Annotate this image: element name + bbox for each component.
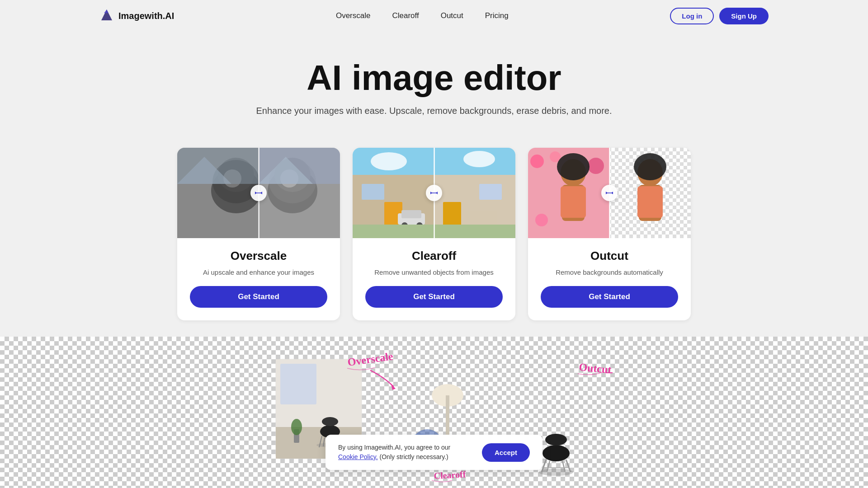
- outcut-slider-handle[interactable]: [601, 185, 618, 201]
- svg-text:Outcut: Outcut: [579, 361, 612, 375]
- logo-text: Imagewith.AI: [118, 11, 174, 21]
- svg-point-38: [588, 158, 604, 174]
- svg-rect-29: [466, 211, 497, 225]
- cards-row: Overscale Ai upscale and enhance your im…: [0, 148, 868, 320]
- svg-text:Overscale: Overscale: [347, 350, 394, 368]
- hero-section: AI image editor Enhance your images with…: [0, 32, 868, 130]
- cookie-accept-button[interactable]: Accept: [482, 443, 530, 462]
- overscale-slider-handle[interactable]: [250, 185, 267, 201]
- overscale-card-image: [177, 148, 340, 238]
- clearoff-card: Clearoff Remove unwanted objects from im…: [353, 148, 515, 320]
- svg-point-78: [542, 445, 570, 461]
- clearoff-slider-handle[interactable]: [426, 185, 442, 201]
- svg-point-46: [557, 153, 590, 180]
- svg-rect-48: [561, 186, 586, 218]
- clearoff-card-image: [353, 148, 515, 238]
- logo[interactable]: Imagewith.AI: [99, 9, 174, 23]
- nav-link-pricing[interactable]: Pricing: [485, 11, 509, 20]
- signup-button[interactable]: Sign Up: [719, 8, 769, 24]
- outcut-card-image: [528, 148, 691, 238]
- svg-point-50: [634, 153, 666, 180]
- svg-rect-26: [401, 210, 421, 218]
- clearoff-cta[interactable]: Get Started: [365, 286, 503, 308]
- svg-rect-24: [479, 184, 502, 200]
- overscale-title: Overscale: [231, 249, 287, 263]
- svg-point-36: [530, 155, 544, 168]
- svg-rect-23: [362, 184, 384, 200]
- cookie-text-after: (Only strictly necessary.): [378, 453, 448, 460]
- clearoff-title: Clearoff: [412, 249, 456, 263]
- cookie-link[interactable]: Cookie Policy.: [338, 453, 378, 460]
- clearoff-desc: Remove unwanted objects from images: [374, 267, 493, 277]
- svg-point-62: [322, 417, 338, 426]
- navbar: Imagewith.AI Overscale Clearoff Outcut P…: [0, 0, 868, 32]
- outcut-desc: Remove backgrounds automatically: [556, 267, 663, 277]
- overscale-cta[interactable]: Get Started: [190, 286, 327, 308]
- outcut-cta[interactable]: Get Started: [541, 286, 678, 308]
- outcut-title: Outcut: [590, 249, 628, 263]
- clearoff-card-body: Clearoff Remove unwanted objects from im…: [353, 238, 515, 320]
- nav-link-overscale[interactable]: Overscale: [336, 11, 371, 20]
- svg-point-77: [539, 469, 573, 476]
- hero-title: AI image editor: [0, 59, 868, 98]
- outcut-card: Outcut Remove backgrounds automatically …: [528, 148, 691, 320]
- nav-buttons: Log in Sign Up: [670, 8, 769, 24]
- nav-links: Overscale Clearoff Outcut Pricing: [336, 11, 509, 20]
- svg-point-68: [291, 419, 302, 435]
- overscale-desc: Ai upscale and enhance your images: [203, 267, 314, 277]
- logo-icon: [99, 9, 114, 23]
- svg-point-33: [463, 151, 495, 167]
- svg-marker-1: [104, 9, 108, 13]
- overscale-card: Overscale Ai upscale and enhance your im…: [177, 148, 340, 320]
- svg-marker-70: [391, 384, 396, 390]
- svg-text:Clearoff: Clearoff: [434, 469, 466, 481]
- svg-point-39: [535, 214, 548, 226]
- svg-rect-52: [637, 186, 663, 218]
- svg-point-79: [545, 434, 567, 446]
- nav-link-outcut[interactable]: Outcut: [441, 11, 463, 20]
- nav-link-clearoff[interactable]: Clearoff: [392, 11, 419, 20]
- svg-point-32: [371, 152, 407, 170]
- cookie-text-before: By using Imagewith.AI, you agree to our: [338, 444, 450, 451]
- cookie-text: By using Imagewith.AI, you agree to our …: [338, 443, 469, 462]
- svg-rect-59: [280, 364, 316, 404]
- outcut-card-body: Outcut Remove backgrounds automatically …: [528, 238, 691, 320]
- cookie-banner: By using Imagewith.AI, you agree to our …: [326, 435, 542, 470]
- hero-subtitle: Enhance your images with ease. Upscale, …: [0, 106, 868, 116]
- overscale-card-body: Overscale Ai upscale and enhance your im…: [177, 238, 340, 320]
- login-button[interactable]: Log in: [670, 8, 714, 24]
